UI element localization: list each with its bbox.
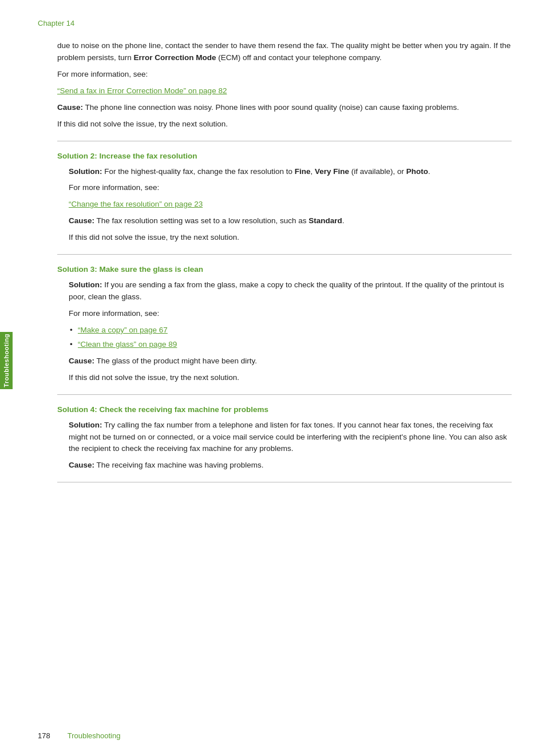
intro-next-solution: If this did not solve the issue, try the… — [57, 118, 512, 130]
solution2-text: Solution: For the highest-quality fax, c… — [69, 166, 512, 178]
solution4-cause: Cause: The receiving fax machine was hav… — [69, 460, 512, 472]
side-tab-label: Troubleshooting — [3, 334, 10, 387]
main-content: due to noise on the phone line, contact … — [57, 0, 512, 482]
solution2-heading: Solution 2: Increase the fax resolution — [57, 152, 512, 160]
solution4-text: Solution: Try calling the fax number fro… — [69, 419, 512, 456]
solution4-section: Solution 4: Check the receiving fax mach… — [57, 405, 512, 472]
solution2-body: Solution: For the highest-quality fax, c… — [57, 166, 512, 244]
footer-page-number: 178 — [38, 731, 50, 740]
intro-link1[interactable]: “Send a fax in Error Correction Mode” on… — [57, 86, 227, 95]
chapter-label: Chapter 14 — [38, 19, 74, 27]
solution3-link2[interactable]: “Clean the glass” on page 89 — [78, 340, 177, 349]
divider-3 — [57, 394, 512, 395]
solution3-links: “Make a copy” on page 67 “Clean the glas… — [69, 324, 512, 351]
divider-1 — [57, 141, 512, 141]
solution2-link[interactable]: “Change the fax resolution” on page 23 — [69, 200, 203, 208]
solution3-for-more: For more information, see: — [69, 308, 512, 320]
divider-2 — [57, 254, 512, 255]
solution3-cause: Cause: The glass of the product might ha… — [69, 355, 512, 367]
solution3-heading: Solution 3: Make sure the glass is clean — [57, 265, 512, 274]
solution4-heading: Solution 4: Check the receiving fax mach… — [57, 405, 512, 414]
footer: 178 Troubleshooting — [38, 731, 120, 740]
intro-for-more: For more information, see: — [57, 69, 512, 81]
solution2-for-more: For more information, see: — [69, 182, 512, 194]
solution3-next: If this did not solve the issue, try the… — [69, 372, 512, 384]
side-tab: Troubleshooting — [0, 332, 13, 389]
intro-para1: due to noise on the phone line, contact … — [57, 40, 512, 64]
footer-section-label: Troubleshooting — [68, 731, 121, 740]
solution2-cause: Cause: The fax resolution setting was se… — [69, 215, 512, 227]
solution3-link1[interactable]: “Make a copy” on page 67 — [78, 326, 168, 334]
intro-cause: Cause: The phone line connection was noi… — [57, 102, 512, 114]
solution3-section: Solution 3: Make sure the glass is clean… — [57, 265, 512, 383]
solution3-text: Solution: If you are sending a fax from … — [69, 279, 512, 303]
solution3-body: Solution: If you are sending a fax from … — [57, 279, 512, 383]
solution4-body: Solution: Try calling the fax number fro… — [57, 419, 512, 472]
solution2-next: If this did not solve the issue, try the… — [69, 232, 512, 244]
divider-4 — [57, 482, 512, 482]
intro-block: due to noise on the phone line, contact … — [57, 40, 512, 130]
solution2-section: Solution 2: Increase the fax resolution … — [57, 152, 512, 244]
